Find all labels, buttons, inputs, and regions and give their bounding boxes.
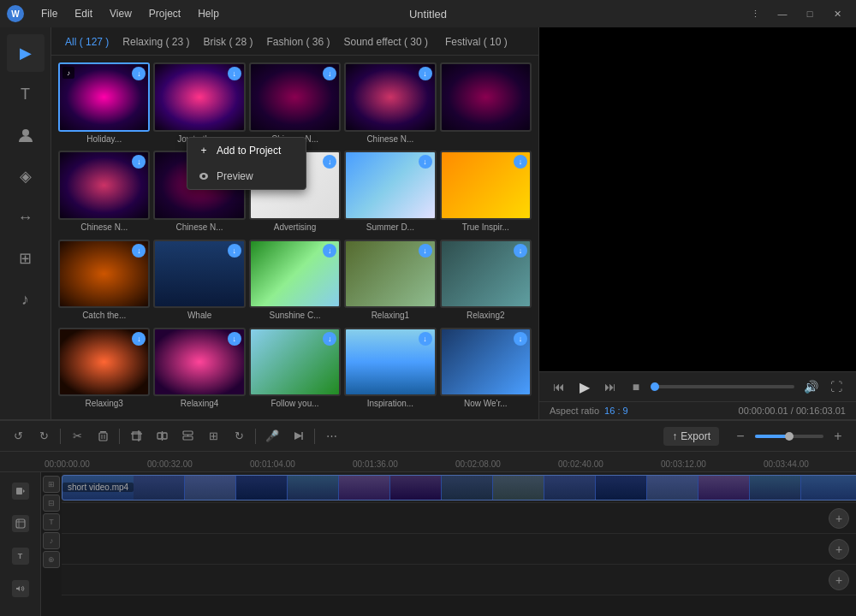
list-item[interactable]: ↓ Chinese N...	[249, 62, 341, 147]
download-badge-icon[interactable]: ↓	[228, 244, 241, 258]
download-badge-icon[interactable]: ↓	[419, 244, 432, 258]
video-clip[interactable]: short video.mp4	[62, 475, 856, 500]
clip-frame	[647, 476, 698, 500]
cut-button[interactable]: ✂	[66, 425, 88, 447]
download-badge-icon[interactable]: ↓	[419, 67, 432, 80]
track-video-icon[interactable]	[12, 483, 29, 500]
filter-tab-all[interactable]: All ( 127 )	[60, 34, 114, 50]
delete-button[interactable]	[92, 425, 114, 447]
sidebar-icon-effects[interactable]: ◈	[7, 157, 45, 195]
media-thumbnail: ↓	[344, 62, 436, 132]
list-item[interactable]: ↓ Relaxing1	[344, 240, 436, 324]
filter-tab-soundeffect[interactable]: Sound effect ( 30 )	[338, 34, 433, 50]
filter-tab-relaxing[interactable]: Relaxing ( 23 )	[117, 34, 194, 50]
download-badge-icon[interactable]: ↓	[323, 244, 336, 258]
preview-menu-item[interactable]: Preview	[187, 163, 306, 189]
track-side-btn[interactable]: ⊕	[43, 551, 60, 568]
track-side-btn[interactable]: ♪	[43, 532, 60, 549]
speed-button[interactable]	[287, 425, 309, 447]
list-item[interactable]: ↓ Chinese N...	[58, 151, 150, 235]
rotate-tl-button[interactable]: ↻	[228, 425, 250, 447]
sidebar-icon-transition[interactable]: ↔	[7, 198, 45, 236]
menu-project[interactable]: Project	[146, 6, 184, 21]
sidebar-icon-music[interactable]: ♪	[7, 281, 45, 318]
stop-button[interactable]: ■	[627, 377, 645, 396]
track-audio-icon[interactable]	[12, 580, 29, 597]
menu-help[interactable]: Help	[194, 6, 223, 21]
timeline-tracks: T ⊞ ⊟ T ♪ ⊕	[0, 472, 856, 616]
list-item[interactable]: ↓ Relaxing2	[440, 240, 532, 324]
zoom-in-button[interactable]: +	[827, 425, 849, 447]
arrange-button[interactable]	[176, 425, 199, 447]
list-item[interactable]: ↓ Relaxing4	[153, 328, 245, 412]
download-badge-icon[interactable]: ↓	[132, 244, 146, 258]
fullscreen-button[interactable]: ⛶	[827, 377, 846, 396]
download-badge-icon[interactable]: ↓	[514, 332, 527, 346]
download-badge-icon[interactable]: ↓	[228, 332, 241, 346]
add-audio-button[interactable]: +	[829, 570, 849, 590]
download-badge-icon[interactable]: ↓	[514, 244, 527, 258]
audio-button[interactable]: 🎤	[261, 425, 283, 447]
list-item[interactable]: ↓ True Inspir...	[440, 151, 532, 235]
skip-forward-button[interactable]: ⏭	[601, 377, 620, 396]
sidebar-icon-media[interactable]: ▶	[7, 34, 45, 72]
filter-tab-fashion[interactable]: Fashion ( 36 )	[261, 34, 335, 50]
download-badge-icon[interactable]: ↓	[419, 332, 432, 346]
add-fx-button[interactable]: +	[829, 508, 849, 529]
track-fx-icon[interactable]	[12, 515, 29, 532]
menu-file[interactable]: File	[38, 6, 61, 21]
skip-back-button[interactable]: ⏮	[550, 377, 568, 396]
sidebar-icon-text[interactable]: T	[7, 75, 45, 113]
list-item[interactable]: ↓ Follow you...	[249, 328, 341, 412]
volume-button[interactable]: 🔊	[801, 377, 820, 396]
sidebar-icon-filter[interactable]: ⊞	[7, 240, 45, 277]
menu-view[interactable]: View	[106, 6, 135, 21]
zoom-out-button[interactable]: −	[729, 425, 752, 447]
clip-frame	[442, 476, 493, 500]
progress-bar[interactable]	[652, 385, 794, 388]
sidebar-icon-avatar[interactable]	[7, 116, 45, 154]
download-badge-icon[interactable]: ↓	[323, 332, 336, 346]
download-badge-icon[interactable]: ↓	[228, 67, 241, 80]
track-text-icon[interactable]: T	[12, 548, 29, 565]
export-button[interactable]: ↑ Export	[663, 427, 719, 446]
maximize-button[interactable]: □	[798, 5, 822, 22]
list-item[interactable]: ↓ Now We'r...	[440, 328, 532, 412]
undo-button[interactable]: ↺	[7, 425, 29, 447]
zoom-slider[interactable]	[755, 435, 823, 438]
list-item[interactable]: ↓ Chinese N...	[344, 62, 436, 147]
add-text-button[interactable]: +	[829, 539, 849, 560]
track-side-btn[interactable]: ⊞	[43, 476, 60, 493]
track-side-btn[interactable]: T	[43, 513, 60, 530]
filter-tab-brisk[interactable]: Brisk ( 28 )	[198, 34, 258, 50]
more-tl-button[interactable]: ⋯	[320, 425, 342, 447]
media-label: Relaxing3	[58, 399, 150, 408]
media-label: Chinese N...	[153, 222, 245, 232]
minimize-button[interactable]: —	[770, 5, 794, 22]
crop-button[interactable]	[125, 425, 147, 447]
filter-tab-festival[interactable]: Festival ( 10 )	[440, 34, 513, 50]
svg-rect-11	[163, 433, 167, 439]
close-button[interactable]: ✕	[825, 5, 849, 22]
split-button[interactable]	[151, 425, 173, 447]
align-button[interactable]: ⊞	[202, 425, 224, 447]
list-item[interactable]: ↓ Joy to the...	[153, 62, 245, 147]
list-item[interactable]: ♪ ↓ Holiday...	[58, 62, 150, 147]
more-options-button[interactable]: ⋮	[743, 5, 767, 22]
zoom-thumb[interactable]	[785, 432, 794, 441]
download-badge-icon[interactable]: ↓	[419, 155, 432, 169]
list-item[interactable]: ↓ Inspiration...	[344, 328, 436, 412]
menu-edit[interactable]: Edit	[71, 6, 96, 21]
add-to-project-menu-item[interactable]: + Add to Project	[187, 138, 306, 163]
ruler-mark: 00:02:40.00	[555, 459, 657, 469]
list-item[interactable]: ↓ Whale	[153, 240, 245, 324]
track-side-btn[interactable]: ⊟	[43, 495, 60, 512]
play-button[interactable]: ▶	[575, 377, 594, 396]
redo-button[interactable]: ↻	[33, 425, 55, 447]
list-item[interactable]: ↓ Summer D...	[344, 151, 436, 235]
list-item[interactable]: ↓ Sunshine C...	[249, 240, 341, 324]
list-item[interactable]	[440, 62, 532, 147]
preview-icon	[198, 170, 210, 182]
list-item[interactable]: ↓ Catch the...	[58, 240, 150, 324]
list-item[interactable]: ↓ Relaxing3	[58, 328, 150, 412]
